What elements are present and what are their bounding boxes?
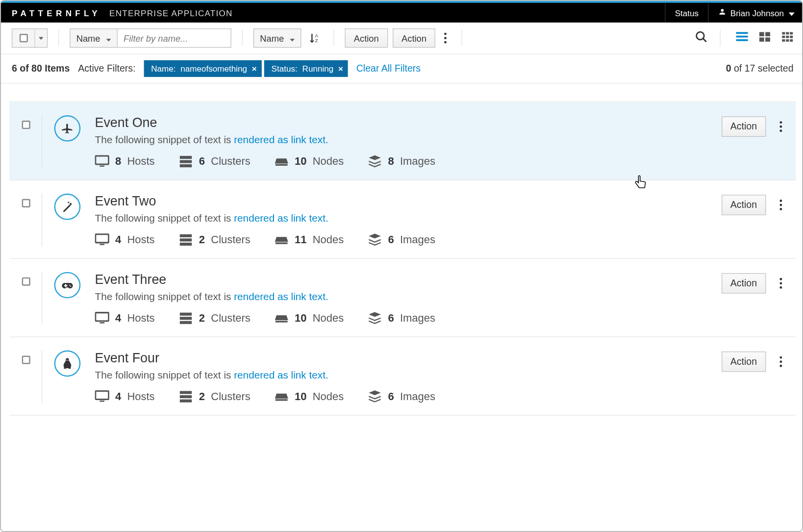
stat-images: 6Images [368,233,435,246]
svg-rect-32 [96,313,109,321]
sort-direction-toggle[interactable]: A Z [306,28,323,48]
row-stats: 4Hosts 2Clusters 11Nodes 6Images [95,233,716,246]
toolbar: Name Name A Z Action Action [1,23,803,54]
list-item[interactable]: Event Two The following snippet of text … [9,180,796,259]
svg-rect-4 [736,32,748,34]
select-all-dropdown[interactable] [12,28,48,48]
top-navbar: PATTERNFLY ENTERPRISE APPLICATION Status… [1,1,803,23]
list-item[interactable]: Event One The following snippet of text … [9,102,796,180]
svg-rect-29 [180,238,192,241]
chip-key: Status: [272,64,298,74]
stat-nodes: 11Nodes [275,233,344,246]
selection-count: 0 of 17 selected [726,63,794,74]
stat-nodes: 10Nodes [275,390,344,403]
row-kebab[interactable] [776,352,786,371]
svg-rect-11 [782,32,785,34]
toolbar-kebab[interactable] [440,28,451,48]
row-kebab[interactable] [776,274,786,293]
svg-rect-41 [180,395,192,398]
row-stats: 4Hosts 2Clusters 10Nodes 6Images [95,311,716,325]
row-checkbox[interactable] [22,355,30,364]
list-item[interactable]: Event Three The following snippet of tex… [9,259,796,337]
chevron-down-icon [290,33,295,43]
row-stats: 4Hosts 2Clusters 10Nodes 6Images [95,390,716,403]
view-table-icon[interactable] [781,31,793,45]
row-checkbox[interactable] [22,199,30,207]
svg-rect-23 [180,160,192,163]
view-card-icon[interactable] [759,31,771,45]
nav-status[interactable]: Status [665,3,708,23]
row-description: The following snippet of text is rendere… [95,213,716,225]
row-desc-link[interactable]: rendered as link text. [234,370,328,381]
svg-rect-26 [96,234,109,243]
toolbar-action-1[interactable]: Action [345,28,388,48]
selected-count-num: 0 [726,63,731,74]
svg-rect-39 [100,401,104,402]
row-separator [42,272,42,325]
row-action-button[interactable]: Action [722,116,766,136]
row-kebab[interactable] [776,117,786,136]
row-checkbox[interactable] [22,278,30,286]
row-action-button[interactable]: Action [722,195,766,215]
stat-images: 8Images [368,155,435,168]
row-title: Event Two [95,194,716,209]
svg-rect-40 [180,391,192,394]
svg-rect-37 [276,321,288,322]
row-action-button[interactable]: Action [722,352,766,372]
item-count: 6 of 80 Items [12,63,70,74]
svg-rect-12 [786,32,789,34]
list-item[interactable]: Event Four The following snippet of text… [9,337,796,416]
nav-user-menu[interactable]: Brian Johnson [708,3,803,23]
nav-user-name: Brian Johnson [730,8,784,18]
row-desc-link[interactable]: rendered as link text. [234,134,328,146]
svg-point-2 [697,32,704,40]
stat-hosts: 4Hosts [95,233,155,246]
svg-rect-42 [180,400,192,403]
select-all-checkbox[interactable] [20,34,28,42]
stat-nodes: 10Nodes [275,155,344,168]
chevron-down-icon [106,33,111,43]
row-title: Event Three [95,272,716,288]
stat-nodes: 10Nodes [275,311,344,325]
brand-logo: PATTERNFLY [12,8,101,18]
filter-chip[interactable]: Name: nameofsomething × [144,60,262,77]
filter-input[interactable] [118,28,231,48]
filter-attribute-label: Name [76,33,100,43]
svg-rect-35 [180,317,192,320]
row-separator [42,350,42,403]
row-separator [42,115,42,168]
row-desc-text: The following snippet of text is [95,291,234,303]
filter-chip[interactable]: Status: Running × [264,60,348,77]
select-all-caret[interactable] [34,29,47,47]
items-suffix: Items [45,63,70,74]
row-desc-link[interactable]: rendered as link text. [234,213,328,224]
row-title: Event Four [95,350,716,366]
svg-rect-20 [96,156,109,164]
toolbar-action-2[interactable]: Action [393,28,435,48]
row-desc-link[interactable]: rendered as link text. [234,291,328,303]
svg-rect-18 [786,39,789,42]
svg-rect-9 [759,37,764,42]
chip-value: Running [302,64,334,74]
row-stats: 8Hosts 6Clusters 10Nodes 8Images [95,155,716,168]
view-list-icon[interactable] [736,31,748,45]
stat-hosts: 4Hosts [95,390,155,403]
row-title: Event One [95,115,716,131]
row-kebab[interactable] [776,196,786,215]
svg-rect-43 [276,399,288,401]
svg-rect-33 [100,322,104,323]
chip-remove-icon[interactable]: × [252,64,257,74]
svg-rect-31 [276,242,288,244]
search-button[interactable] [695,30,708,46]
svg-rect-34 [180,313,192,316]
chip-remove-icon[interactable]: × [338,64,343,74]
row-action-button[interactable]: Action [722,273,766,293]
stat-clusters: 2Clusters [178,311,250,325]
filter-attribute-select[interactable]: Name [70,28,118,48]
chip-value: nameofsomething [180,64,247,74]
row-checkbox[interactable] [22,121,30,129]
sort-attribute-label: Name [260,33,284,43]
clear-filters-link[interactable]: Clear All Filters [356,63,421,74]
toolbar-separator [462,30,462,47]
sort-attribute-select[interactable]: Name [253,28,301,48]
